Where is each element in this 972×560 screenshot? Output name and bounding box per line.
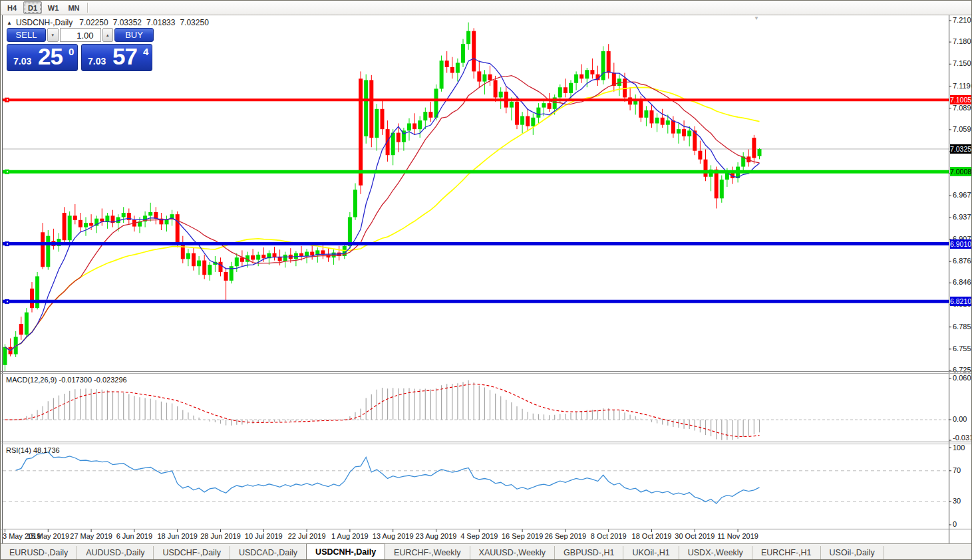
chart-tab-eurchf-weekly[interactable]: EURCHF-,Weekly — [385, 546, 470, 559]
rsi-splitter-bottom — [1, 444, 971, 444]
price-tick-label: 7.15020 — [953, 59, 972, 67]
date-tick-label: 1 Aug 2019 — [331, 532, 369, 540]
date-tick-label: 8 Oct 2019 — [591, 532, 627, 540]
price-tick-label: 7.05930 — [953, 125, 972, 133]
date-tick-label: 22 Jul 2019 — [288, 532, 326, 540]
date-tick-label: 11 Nov 2019 — [717, 532, 758, 540]
price-tick-label: 6.87660 — [953, 257, 972, 265]
rsi-pane[interactable] — [3, 452, 949, 503]
timeframe-toolbar: H4D1W1MN — [1, 1, 971, 15]
buy-button[interactable]: BUY — [114, 28, 154, 42]
volume-decrease-icon[interactable]: ▼ — [47, 28, 59, 42]
price-tick-label: 7.18080 — [953, 37, 972, 45]
price-line-badge: 7.10051 — [950, 95, 972, 104]
sell-price-pipette: 0 — [69, 46, 74, 57]
date-tick-label: 28 Jun 2019 — [200, 532, 241, 540]
price-line-badge: 7.00089 — [950, 167, 972, 176]
chart-tab-xauusd-weekly[interactable]: XAUUSD-,Weekly — [470, 546, 555, 559]
ohlc-high: 7.03352 — [113, 18, 142, 27]
chart-symbol-title: USDCNH-,Daily — [16, 18, 73, 27]
macd-splitter-top[interactable] — [1, 371, 971, 372]
rsi-tick-label: 70 — [953, 466, 961, 474]
macd-tick-label: 0.00 — [953, 415, 967, 423]
rsi-tick-label: 0 — [953, 520, 957, 528]
timeframe-button-d1[interactable]: D1 — [23, 1, 42, 14]
chart-tab-ukoil-h1[interactable]: UKOil-,H1 — [623, 546, 679, 559]
price-line-badge: 7.03250 — [950, 144, 972, 154]
trading-terminal-window: H4D1W1MN ▼ ▲ USDCNH-,Daily 7.02250 7.033… — [0, 0, 972, 560]
date-tick-label: 10 Jul 2019 — [245, 532, 283, 540]
date-tick-label: 15 May 2019 — [27, 532, 69, 540]
date-tick-label: 18 Jun 2019 — [157, 532, 198, 540]
toolbar-divider — [87, 3, 88, 13]
price-tick-label: 6.84690 — [953, 278, 972, 286]
rsi-tick-label: 30 — [953, 497, 961, 505]
rsi-splitter-top[interactable] — [1, 442, 971, 442]
chart-tab-bar: EURUSD-,DailyAUDUSD-,DailyUSDCHF-,DailyU… — [1, 543, 971, 559]
date-tick-label: 16 Sep 2019 — [502, 532, 543, 540]
date-tick-label: 30 Oct 2019 — [675, 532, 715, 540]
buy-price-pipette: 4 — [143, 46, 148, 57]
price-line-badge: 6.82103 — [950, 297, 972, 306]
price-tick-label: 7.08900 — [953, 104, 972, 112]
chart-header: ▲ USDCNH-,Daily 7.02250 7.03352 7.01833 … — [7, 18, 214, 27]
time-axis-border — [1, 529, 971, 529]
sell-button[interactable]: SELL — [7, 28, 46, 42]
price-tick-label: 6.78570 — [953, 323, 972, 331]
timeframe-button-mn[interactable]: MN — [65, 1, 83, 14]
chart-tab-usdchf-daily[interactable]: USDCHF-,Daily — [154, 546, 230, 559]
macd-splitter-bottom — [1, 373, 971, 374]
chart-tab-eurusd-daily[interactable]: EURUSD-,Daily — [1, 546, 77, 559]
date-tick-label: 27 May 2019 — [70, 532, 112, 540]
date-tick-label: 6 Jun 2019 — [116, 532, 152, 540]
chart-tab-usoil-daily[interactable]: USOil-,Daily — [821, 546, 884, 559]
chart-tab-usdcad-daily[interactable]: USDCAD-,Daily — [230, 546, 307, 559]
macd-tick-label: -0.031725 — [953, 434, 972, 442]
ohlc-open: 7.02250 — [79, 18, 108, 27]
chart-plot-area[interactable] — [1, 1, 972, 560]
volume-increase-icon[interactable]: ▲ — [102, 28, 114, 42]
ohlc-close: 7.03250 — [180, 18, 208, 27]
one-click-trading-widget: SELL ▼ ▲ BUY 7.03 25 0 7.03 57 4 — [7, 28, 154, 71]
price-tick-label: 7.21050 — [953, 16, 972, 24]
ohlc-low: 7.01833 — [146, 18, 175, 27]
candlestick-pane[interactable] — [3, 23, 949, 372]
chart-tab-gbpusd-h1[interactable]: GBPUSD-,H1 — [555, 546, 623, 559]
buy-price-panel[interactable]: 7.03 57 4 — [81, 44, 152, 71]
macd-indicator-label: MACD(12,26,9) -0.017300 -0.023296 — [6, 376, 127, 384]
timeframe-button-h4[interactable]: H4 — [3, 1, 21, 14]
price-line-badge: 6.90100 — [950, 239, 972, 249]
macd-tick-label: 0.060273 — [953, 374, 972, 382]
sell-price-big-digits: 25 — [38, 43, 63, 70]
chart-tab-eurchf-h1[interactable]: EURCHF-,H1 — [752, 546, 821, 559]
rsi-tick-label: 100 — [953, 444, 965, 452]
collapse-panel-icon[interactable]: ▲ — [7, 20, 12, 26]
timeframe-button-w1[interactable]: W1 — [44, 1, 63, 14]
price-tick-label: 6.75510 — [953, 345, 972, 352]
date-tick-label: 13 Aug 2019 — [373, 532, 414, 540]
chart-shift-marker-icon[interactable]: ▼ — [754, 16, 759, 21]
chart-tab-usdx-weekly[interactable]: USDX-,Weekly — [679, 546, 752, 559]
sell-price-prefix: 7.03 — [13, 56, 31, 67]
chart-tab-audusd-daily[interactable]: AUDUSD-,Daily — [77, 546, 154, 559]
sell-price-panel[interactable]: 7.03 25 0 — [7, 44, 78, 71]
chart-tab-usdcnh-daily[interactable]: USDCNH-,Daily — [306, 543, 385, 559]
date-tick-label: 26 Sep 2019 — [545, 532, 586, 540]
macd-pane[interactable] — [3, 380, 949, 440]
rsi-indicator-label: RSI(14) 48.1736 — [6, 446, 60, 454]
price-tick-label: 7.11960 — [953, 82, 972, 90]
date-tick-label: 18 Oct 2019 — [632, 532, 672, 540]
volume-input[interactable] — [60, 28, 101, 42]
price-tick-label: 6.96750 — [953, 191, 972, 199]
date-tick-label: 23 Aug 2019 — [416, 532, 457, 540]
buy-price-prefix: 7.03 — [88, 56, 106, 67]
buy-price-big-digits: 57 — [112, 43, 137, 70]
price-tick-label: 6.93780 — [953, 213, 972, 221]
chart-window-left-border — [2, 15, 3, 545]
date-tick-label: 4 Sep 2019 — [460, 532, 498, 540]
